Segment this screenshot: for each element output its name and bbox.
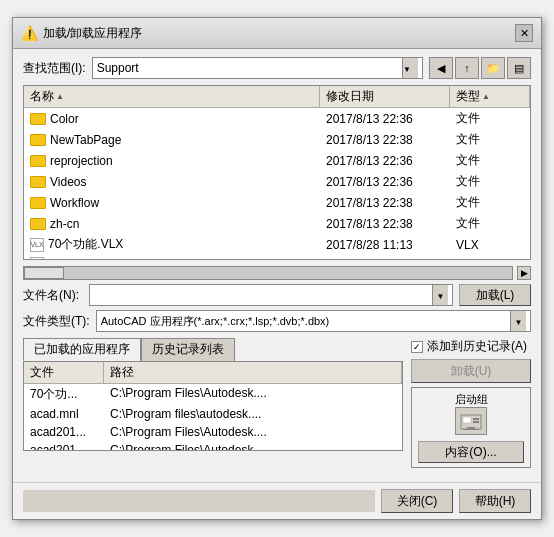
loaded-path-cell: C:\Program files\autodesk.... (104, 406, 402, 422)
bottom-section: 已加载的应用程序 历史记录列表 文件 路径 70个功... C:\Program… (23, 338, 531, 468)
col-header-modified[interactable]: 修改日期 (320, 86, 450, 107)
loaded-table-area: 文件 路径 70个功... C:\Program Files\Autodesk.… (23, 361, 403, 451)
status-bar (23, 490, 375, 512)
file-modified-cell: 2017/8/13 22:36 (320, 153, 450, 169)
loaded-file-cell: 70个功... (24, 385, 104, 404)
file-list-row[interactable]: VLXacad2kml.vlx 2017/8/28 11:13 VLX (24, 255, 530, 260)
file-modified-cell: 2017/8/28 11:13 (320, 256, 450, 260)
hscrollbar-thumb[interactable] (24, 267, 64, 279)
loaded-table-row[interactable]: acad201... C:\Program Files\Autodesk.... (24, 441, 402, 451)
hscrollbar-right[interactable]: ▶ (517, 266, 531, 280)
look-in-label: 查找范围(I): (23, 60, 86, 77)
dialog-icon: ⚠️ (21, 25, 37, 41)
folder-icon (30, 176, 46, 188)
content-button[interactable]: 内容(O)... (418, 441, 524, 463)
loaded-path-cell: C:\Program Files\Autodesk.... (104, 385, 402, 404)
file-list-row[interactable]: reprojection 2017/8/13 22:36 文件 (24, 150, 530, 171)
startup-group: 启动组 内容(O)... (411, 387, 531, 468)
back-button[interactable]: ◀ (429, 57, 453, 79)
loaded-file-cell: acad201... (24, 442, 104, 451)
file-type-cell: 文件 (450, 130, 530, 149)
file-modified-cell: 2017/8/13 22:38 (320, 216, 450, 232)
file-list-row[interactable]: NewTabPage 2017/8/13 22:38 文件 (24, 129, 530, 150)
new-folder-button[interactable]: 📁 (481, 57, 505, 79)
bottom-bar: 关闭(C) 帮助(H) (13, 482, 541, 519)
look-in-arrow[interactable] (402, 58, 418, 78)
filetype-combo[interactable]: AutoCAD 应用程序(*.arx;*.crx;*.lsp;*.dvb;*.d… (96, 310, 531, 332)
loaded-col-file[interactable]: 文件 (24, 362, 104, 383)
add-history-label: 添加到历史记录(A) (427, 338, 527, 355)
col-header-type[interactable]: 类型 ▲ (450, 86, 530, 107)
file-icon: VLX (30, 257, 44, 260)
file-list-row[interactable]: Color 2017/8/13 22:36 文件 (24, 108, 530, 129)
loaded-apps: 已加载的应用程序 历史记录列表 文件 路径 70个功... C:\Program… (23, 338, 403, 468)
file-list-header: 名称 ▲ 修改日期 类型 ▲ (24, 86, 530, 108)
folder-icon (30, 155, 46, 167)
filename-input-wrapper[interactable] (89, 284, 453, 306)
svg-rect-5 (463, 429, 479, 430)
loaded-file-cell: acad.mnl (24, 406, 104, 422)
file-name-cell: VLX70个功能.VLX (24, 235, 320, 254)
main-dialog: ⚠️ 加载/卸载应用程序 ✕ 查找范围(I): Support ◀ ↑ 📁 ▤ (12, 17, 542, 520)
close-button-title[interactable]: ✕ (515, 24, 533, 42)
file-type-cell: 文件 (450, 151, 530, 170)
loaded-path-cell: C:\Program Files\Autodesk.... (104, 442, 402, 451)
help-button[interactable]: 帮助(H) (459, 489, 531, 513)
views-button[interactable]: ▤ (507, 57, 531, 79)
dialog-body: 查找范围(I): Support ◀ ↑ 📁 ▤ 名称 ▲ 修改日期 (13, 49, 541, 482)
filetype-label: 文件类型(T): (23, 313, 90, 330)
file-type-cell: VLX (450, 256, 530, 260)
filename-label: 文件名(N): (23, 287, 83, 304)
loaded-table-row[interactable]: 70个功... C:\Program Files\Autodesk.... (24, 384, 402, 405)
type-sort-icon: ▲ (482, 92, 490, 101)
file-list-row[interactable]: VLX70个功能.VLX 2017/8/28 11:13 VLX (24, 234, 530, 255)
tab-loaded-apps[interactable]: 已加载的应用程序 (23, 338, 141, 361)
unload-button[interactable]: 卸载(U) (411, 359, 531, 383)
filename-input[interactable] (94, 288, 432, 302)
look-in-combo[interactable]: Support (92, 57, 423, 79)
add-history-checkbox[interactable]: ✓ (411, 341, 423, 353)
svg-rect-4 (467, 427, 475, 429)
file-list-row[interactable]: zh-cn 2017/8/13 22:38 文件 (24, 213, 530, 234)
file-list-row[interactable]: Workflow 2017/8/13 22:38 文件 (24, 192, 530, 213)
file-list-area: 名称 ▲ 修改日期 类型 ▲ Color 2017/8/13 22:36 文件 … (23, 85, 531, 260)
filetype-arrow[interactable] (510, 311, 526, 331)
file-modified-cell: 2017/8/13 22:36 (320, 111, 450, 127)
filetype-value: AutoCAD 应用程序(*.arx;*.crx;*.lsp;*.dvb;*.d… (101, 314, 510, 329)
file-name-cell: reprojection (24, 153, 320, 169)
up-button[interactable]: ↑ (455, 57, 479, 79)
hscrollbar[interactable] (23, 266, 513, 280)
svg-rect-1 (463, 417, 471, 423)
load-button[interactable]: 加载(L) (459, 284, 531, 306)
tab-history[interactable]: 历史记录列表 (141, 338, 235, 361)
title-bar-left: ⚠️ 加载/卸载应用程序 (21, 25, 142, 42)
right-panel: ✓ 添加到历史记录(A) 卸载(U) 启动组 (411, 338, 531, 468)
file-list-row[interactable]: Videos 2017/8/13 22:36 文件 (24, 171, 530, 192)
file-name-cell: zh-cn (24, 216, 320, 232)
file-modified-cell: 2017/8/13 22:38 (320, 195, 450, 211)
look-in-row: 查找范围(I): Support ◀ ↑ 📁 ▤ (23, 57, 531, 79)
loaded-path-cell: C:\Program Files\Autodesk.... (104, 424, 402, 440)
file-type-cell: VLX (450, 237, 530, 253)
folder-icon (30, 113, 46, 125)
startup-icon[interactable] (455, 407, 487, 435)
col-header-name[interactable]: 名称 ▲ (24, 86, 320, 107)
loaded-table-row[interactable]: acad201... C:\Program Files\Autodesk.... (24, 423, 402, 441)
look-in-value: Support (97, 61, 402, 75)
file-name-cell: Color (24, 111, 320, 127)
file-modified-cell: 2017/8/13 22:38 (320, 132, 450, 148)
file-type-cell: 文件 (450, 193, 530, 212)
checkbox-row: ✓ 添加到历史记录(A) (411, 338, 531, 355)
filename-row: 文件名(N): 加载(L) (23, 284, 531, 306)
startup-group-label: 启动组 (455, 392, 488, 407)
file-type-cell: 文件 (450, 214, 530, 233)
loaded-table-row[interactable]: acad.mnl C:\Program files\autodesk.... (24, 405, 402, 423)
file-type-cell: 文件 (450, 109, 530, 128)
loaded-table-rows: 70个功... C:\Program Files\Autodesk.... ac… (24, 384, 402, 451)
filetype-row: 文件类型(T): AutoCAD 应用程序(*.arx;*.crx;*.lsp;… (23, 310, 531, 332)
loaded-col-path[interactable]: 路径 (104, 362, 402, 383)
close-dialog-button[interactable]: 关闭(C) (381, 489, 453, 513)
loaded-apps-tabs: 已加载的应用程序 历史记录列表 (23, 338, 403, 361)
name-sort-icon: ▲ (56, 92, 64, 101)
filename-arrow[interactable] (432, 285, 448, 305)
